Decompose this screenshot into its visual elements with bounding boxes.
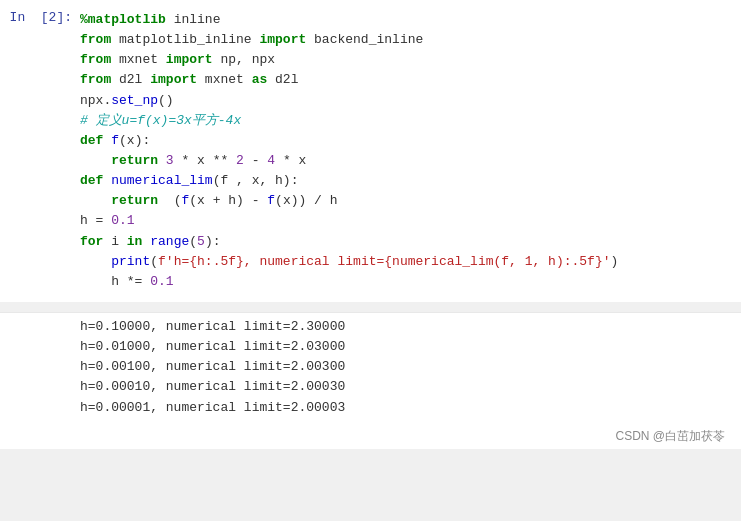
- code-line: h *= 0.1: [80, 272, 733, 292]
- code-line: return (f(x + h) - f(x)) / h: [80, 191, 733, 211]
- output-line: h=0.00010, numerical limit=2.00030: [80, 377, 741, 397]
- cell-output: h=0.10000, numerical limit=2.30000h=0.01…: [0, 312, 741, 422]
- code-line: for i in range(5):: [80, 232, 733, 252]
- code-line: %matplotlib inline: [80, 10, 733, 30]
- code-line: return 3 * x ** 2 - 4 * x: [80, 151, 733, 171]
- cell-label: In [2]:: [0, 8, 80, 294]
- cell-code[interactable]: %matplotlib inlinefrom matplotlib_inline…: [80, 8, 741, 294]
- code-line: from d2l import mxnet as d2l: [80, 70, 733, 90]
- code-line: print(f'h={h:.5f}, numerical limit={nume…: [80, 252, 733, 272]
- notebook-cell: In [2]: %matplotlib inlinefrom matplotli…: [0, 0, 741, 449]
- output-line: h=0.00001, numerical limit=2.00003: [80, 398, 741, 418]
- code-line: def f(x):: [80, 131, 733, 151]
- code-line: def numerical_lim(f , x, h):: [80, 171, 733, 191]
- code-line: npx.set_np(): [80, 91, 733, 111]
- output-line: h=0.00100, numerical limit=2.00300: [80, 357, 741, 377]
- watermark: CSDN @白茁加茯苓: [0, 422, 741, 449]
- code-line: # 定义u=f(x)=3x平方-4x: [80, 111, 733, 131]
- code-line: from mxnet import np, npx: [80, 50, 733, 70]
- code-line: h = 0.1: [80, 211, 733, 231]
- output-line: h=0.10000, numerical limit=2.30000: [80, 317, 741, 337]
- code-line: from matplotlib_inline import backend_in…: [80, 30, 733, 50]
- cell-divider: [0, 302, 741, 312]
- cell-input: In [2]: %matplotlib inlinefrom matplotli…: [0, 0, 741, 302]
- output-line: h=0.01000, numerical limit=2.03000: [80, 337, 741, 357]
